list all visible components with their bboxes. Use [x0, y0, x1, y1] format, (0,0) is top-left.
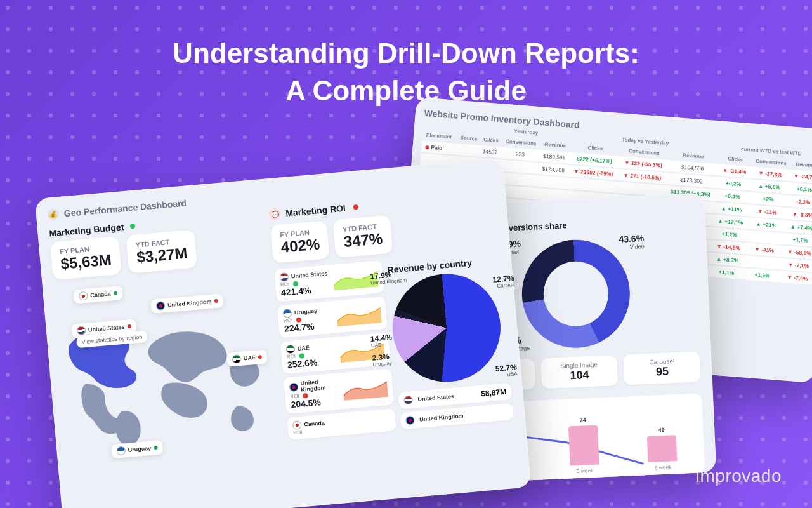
budget-title: Marketing Budget: [49, 222, 124, 238]
roi-ytd-fact[interactable]: YTD FACT 347%: [333, 215, 393, 258]
tile[interactable]: Carousel95: [623, 351, 701, 385]
roi-country-row[interactable]: United KingdomROI 204.5%: [284, 368, 394, 414]
roi-country-row[interactable]: United StatesROI 421.4%: [274, 260, 384, 302]
ytd-fact-card[interactable]: YTD FACT $3,27M: [126, 230, 197, 274]
status-dot-green: [130, 224, 136, 229]
revenue-pie: 17.9%United Kingdom 12.7%Canada 14.4%UAE…: [388, 269, 505, 386]
page-title: Understanding Drill-Down Reports: A Comp…: [0, 34, 812, 110]
brand-logo: improvado: [696, 466, 782, 486]
world-map[interactable]: Canada United States View statistics by …: [54, 268, 284, 502]
roi-country-row[interactable]: UruguayROI 224.7%: [277, 297, 388, 338]
bag-icon: 💰: [47, 208, 60, 221]
bar: 745 week: [549, 424, 619, 476]
roi-country-row[interactable]: CanadaROI: [287, 408, 396, 440]
roi-fy-plan[interactable]: FY PLAN 402%: [270, 220, 330, 264]
tile[interactable]: Single Image104: [540, 355, 619, 389]
geo-dashboard: 💰 Geo Performance Dashboard Marketing Bu…: [35, 158, 532, 508]
status-dot-red: [353, 204, 358, 210]
chat-icon: 💬: [269, 208, 282, 221]
bar: 496 week: [628, 434, 698, 472]
donut-chart: 26.9%Carousel 43.6%Video 29.5%Single Ima…: [520, 237, 632, 350]
fy-plan-card[interactable]: FY PLAN $5,63M: [50, 236, 122, 280]
